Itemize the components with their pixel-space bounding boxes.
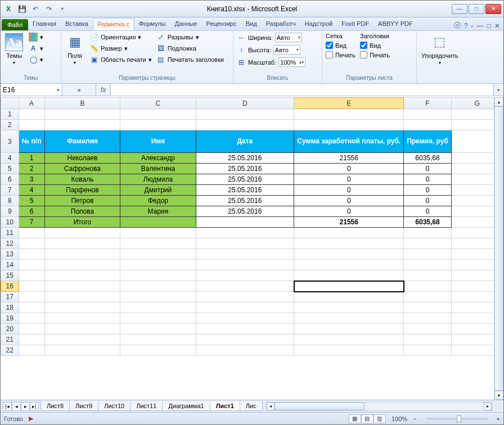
row-header[interactable]: 13 <box>1 249 19 260</box>
cell[interactable] <box>294 345 404 356</box>
cell[interactable] <box>404 313 451 324</box>
maximize-button[interactable]: □ <box>469 4 484 14</box>
cell[interactable] <box>120 238 196 249</box>
gridlines-print-checkbox[interactable]: Печать <box>325 51 357 59</box>
cell[interactable] <box>404 292 451 302</box>
sheet-tab[interactable]: Лис <box>240 401 263 411</box>
cell[interactable] <box>19 292 44 302</box>
view-page-break-icon[interactable]: ▥ <box>374 414 386 423</box>
ribbon-tab-9[interactable]: Foxit PDF <box>337 18 374 30</box>
cell[interactable] <box>44 238 120 249</box>
col-header-E[interactable]: E <box>294 98 404 109</box>
sheet-tab[interactable]: Диаграмма1 <box>162 401 210 411</box>
row-header[interactable]: 15 <box>1 270 19 281</box>
fx-button[interactable]: fx <box>96 84 111 96</box>
help-icon[interactable]: ? <box>464 22 468 30</box>
cell[interactable]: 0 <box>294 185 404 196</box>
name-box[interactable]: E16▾ <box>1 84 62 96</box>
row-header[interactable]: 17 <box>1 292 19 302</box>
hscroll-thumb[interactable] <box>274 403 364 410</box>
select-all-corner[interactable] <box>1 98 19 109</box>
fit-height-combo[interactable]: Авто▾ <box>273 45 300 55</box>
cell[interactable] <box>19 228 44 238</box>
doc-restore-icon[interactable]: □ <box>487 22 491 30</box>
sheet-tab[interactable]: Лист10 <box>98 401 130 411</box>
cell[interactable]: 2 <box>19 164 44 174</box>
cell[interactable] <box>120 313 196 324</box>
options-icon[interactable]: ▫ <box>471 22 473 30</box>
cell[interactable]: 25.05.2016 <box>196 164 294 174</box>
redo-icon[interactable]: ↷ <box>43 3 55 15</box>
scroll-right-icon[interactable]: ▸ <box>484 403 492 410</box>
row-header[interactable]: 5 <box>1 164 19 174</box>
cell[interactable]: 6035,68 <box>404 153 451 164</box>
formula-expand-icon[interactable]: ▾ <box>493 84 503 96</box>
cell[interactable] <box>44 281 120 292</box>
cell[interactable] <box>19 324 44 334</box>
cell[interactable] <box>120 120 196 130</box>
macro-record-icon[interactable]: ▶ <box>29 415 33 422</box>
cell[interactable]: Мария <box>120 206 196 217</box>
cell[interactable] <box>404 238 451 249</box>
cell[interactable] <box>196 281 294 292</box>
sheet-tab[interactable]: Лист8 <box>40 401 70 411</box>
scale-spinner[interactable]: 100%▴▾ <box>278 57 305 67</box>
theme-fonts-button[interactable]: A▾ <box>28 43 44 53</box>
save-icon[interactable]: 💾 <box>16 3 28 15</box>
cell[interactable] <box>196 109 294 120</box>
cell[interactable] <box>294 238 404 249</box>
cell[interactable]: 0 <box>294 174 404 185</box>
cell[interactable]: Имя <box>120 130 196 153</box>
cell[interactable] <box>294 109 404 120</box>
cell[interactable] <box>120 281 196 292</box>
headings-print-checkbox[interactable]: Печать <box>359 51 391 59</box>
arrange-button[interactable]: ⬚ Упорядочить▾ <box>419 32 460 66</box>
themes-button[interactable]: Aa Темы ▾ <box>3 32 25 66</box>
cell[interactable] <box>44 345 120 356</box>
cell[interactable] <box>120 345 196 356</box>
cell[interactable]: Людмила <box>120 174 196 185</box>
cell[interactable] <box>120 292 196 302</box>
view-page-layout-icon[interactable]: ▤ <box>361 414 374 423</box>
row-header[interactable]: 20 <box>1 324 19 334</box>
cell[interactable]: 21556 <box>294 153 404 164</box>
cell[interactable]: № п/п <box>19 130 44 153</box>
cell[interactable] <box>404 270 451 281</box>
scroll-down-icon[interactable]: ▾ <box>494 391 503 400</box>
cell[interactable]: Валентина <box>120 164 196 174</box>
gridlines-view-checkbox[interactable]: Вид <box>325 41 357 49</box>
fit-width-combo[interactable]: Авто▾ <box>275 33 302 42</box>
cell[interactable]: Сумма заработной платы, руб. <box>294 130 404 153</box>
cell[interactable]: 1 <box>19 153 44 164</box>
zoom-slider[interactable] <box>426 418 488 420</box>
print-area-button[interactable]: ▣Область печати ▾ <box>88 55 153 65</box>
col-header-D[interactable]: D <box>196 98 294 109</box>
horizontal-scrollbar[interactable]: ◂ ▸ <box>266 402 492 411</box>
cell[interactable]: 25.05.2016 <box>196 174 294 185</box>
cell[interactable] <box>19 281 44 292</box>
cell[interactable] <box>404 334 451 345</box>
cell[interactable] <box>404 120 451 130</box>
cell[interactable] <box>44 334 120 345</box>
cell[interactable]: Сафронова <box>44 164 120 174</box>
cell[interactable] <box>44 270 120 281</box>
cell[interactable]: 25.05.2016 <box>196 196 294 206</box>
cell[interactable]: 6035,68 <box>404 217 451 228</box>
cell[interactable] <box>120 260 196 270</box>
tab-nav-last-icon[interactable]: ▸| <box>30 402 39 411</box>
cell[interactable] <box>44 313 120 324</box>
cell[interactable] <box>196 249 294 260</box>
row-header[interactable]: 4 <box>1 153 19 164</box>
cell[interactable] <box>294 270 404 281</box>
row-header[interactable]: 8 <box>1 196 19 206</box>
cell[interactable] <box>404 109 451 120</box>
cell[interactable] <box>404 324 451 334</box>
cell[interactable] <box>404 302 451 313</box>
cell[interactable]: 0 <box>404 164 451 174</box>
cell[interactable] <box>196 270 294 281</box>
row-header[interactable]: 12 <box>1 238 19 249</box>
ribbon-tab-7[interactable]: Разработч <box>262 18 300 30</box>
cell[interactable]: 5 <box>19 196 44 206</box>
cell[interactable] <box>294 302 404 313</box>
cell[interactable] <box>196 238 294 249</box>
